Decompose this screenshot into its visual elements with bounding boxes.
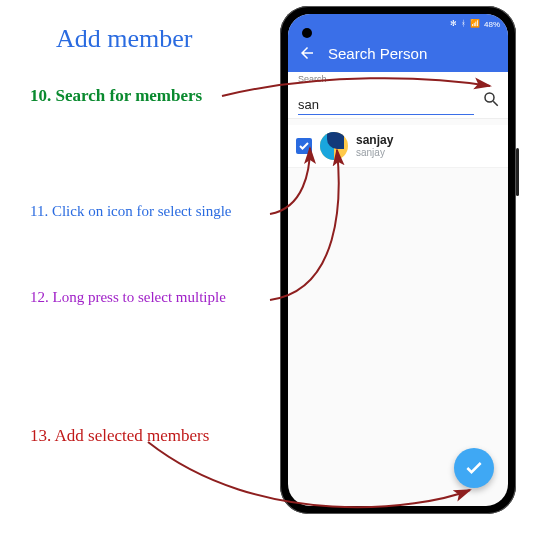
search-button[interactable] xyxy=(482,90,500,112)
power-button xyxy=(516,148,519,196)
check-icon xyxy=(298,140,310,152)
result-checkbox[interactable] xyxy=(296,138,312,154)
phone-frame: ✻ ᚼ 📶 48% Search Person Search san xyxy=(280,6,516,514)
step-12-label: 12. Long press to select multiple xyxy=(30,289,226,306)
result-sub: sanjay xyxy=(356,148,393,158)
add-selected-fab[interactable] xyxy=(454,448,494,488)
search-label: Search xyxy=(298,74,327,84)
check-icon xyxy=(464,458,484,478)
appbar-title: Search Person xyxy=(328,45,427,62)
result-text: sanjay sanjay xyxy=(356,134,393,158)
avatar[interactable] xyxy=(320,132,348,160)
step-10-label: 10. Search for members xyxy=(30,86,202,106)
search-input[interactable]: san xyxy=(298,97,482,114)
signal-icon: 📶 xyxy=(470,20,480,28)
bluetooth-icon: ᚼ xyxy=(461,20,466,28)
front-camera xyxy=(302,28,312,38)
phone-screen: ✻ ᚼ 📶 48% Search Person Search san xyxy=(288,14,508,506)
back-button[interactable] xyxy=(298,44,316,62)
svg-point-0 xyxy=(485,93,494,102)
search-underline xyxy=(298,114,474,115)
battery-text: 48% xyxy=(484,20,500,29)
svg-line-1 xyxy=(493,101,498,106)
page-title: Add member xyxy=(56,24,192,54)
result-row[interactable]: sanjay sanjay xyxy=(288,125,508,168)
app-bar: Search Person xyxy=(288,34,508,72)
step-13-label: 13. Add selected members xyxy=(30,426,209,446)
result-name: sanjay xyxy=(356,134,393,146)
search-icon xyxy=(482,90,500,108)
search-row[interactable]: Search san xyxy=(288,72,508,119)
status-bar: ✻ ᚼ 📶 48% xyxy=(288,14,508,34)
arrow-left-icon xyxy=(298,44,316,62)
wifi-icon: ✻ xyxy=(450,20,457,28)
step-11-label: 11. Click on icon for select single xyxy=(30,203,231,220)
